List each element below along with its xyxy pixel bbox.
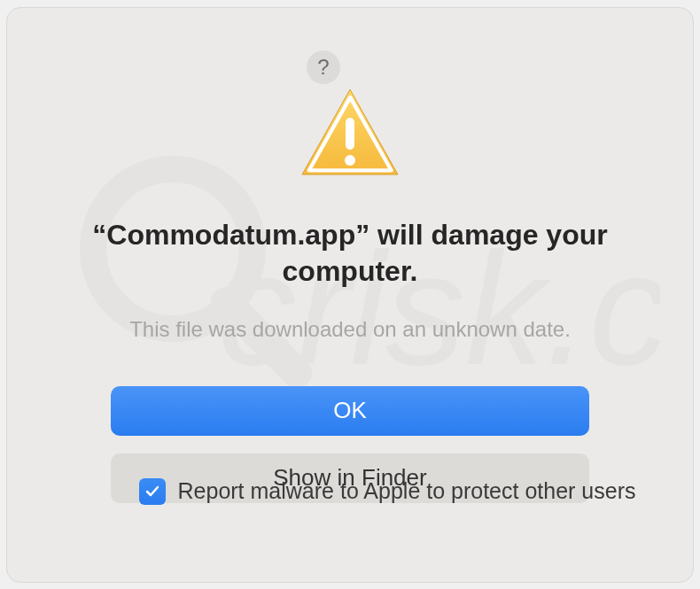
help-button[interactable]: ? (307, 50, 340, 84)
ok-button[interactable]: OK (111, 386, 589, 436)
dialog-title: “Commodatum.app” will damage your comput… (25, 217, 675, 291)
svg-rect-3 (346, 118, 354, 150)
checkmark-icon (144, 483, 161, 500)
report-checkbox[interactable] (139, 478, 166, 505)
report-checkbox-label: Report malware to Apple to protect other… (178, 478, 636, 504)
dialog-subtitle: This file was downloaded on an unknown d… (129, 317, 571, 342)
warning-icon (297, 86, 403, 182)
svg-point-4 (345, 155, 355, 166)
ok-button-label: OK (333, 397, 367, 423)
help-icon: ? (317, 55, 329, 80)
alert-dialog: crisk.com ? “Commodatum.app” will damage… (6, 7, 694, 583)
report-checkbox-row: Report malware to Apple to protect other… (139, 478, 636, 505)
